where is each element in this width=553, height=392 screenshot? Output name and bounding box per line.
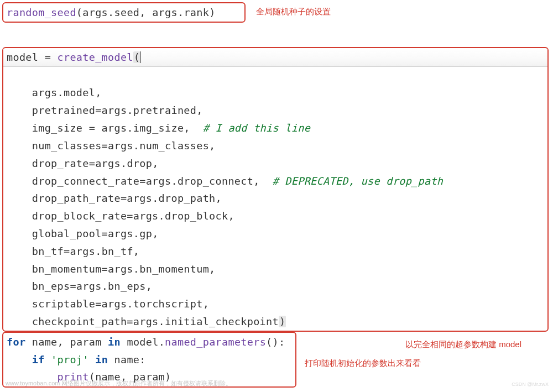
arg1-obj: args [82,7,108,18]
text-caret [140,51,140,62]
watermark-left: www.toymoban.com 网络图片仅做展示，版权归原作者所有，如有侵权请… [6,378,232,389]
arg2-obj: args [152,7,178,18]
arg1-attr: seed [114,7,140,18]
fn-name: random_seed [7,7,76,18]
annotation-print-params: 打印随机初始化的参数出来看看 [305,356,421,370]
string-literal: 'proj' [51,354,89,365]
code-block-create-model: model = create_model( args.model, pretra… [2,47,549,332]
active-line: model = create_model( [3,49,547,67]
fn-name: create_model [58,51,133,63]
watermark-right: CSDN @Mr.zwX [512,380,549,389]
arg2-attr: rank [184,7,209,18]
close-paren: ) [279,316,286,327]
annotation-create-model: 以完全相同的超参数构建 model [405,337,521,352]
annotation-random-seed: 全局随机种子的设置 [256,4,331,19]
assign-lhs: model [7,51,38,63]
code-block-random-seed: random_seed(args.seed, args.rank) [2,2,246,23]
code-comment: # DEPRECATED, use drop_path [272,175,443,187]
code-comment: # I add this line [203,122,310,134]
open-paren: ( [133,51,140,63]
